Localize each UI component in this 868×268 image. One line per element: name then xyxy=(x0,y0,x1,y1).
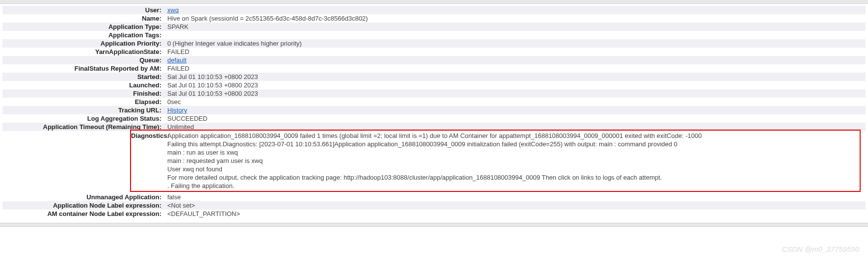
label-log-agg: Log Aggregation Status: xyxy=(2,114,164,123)
row-launched: Launched: Sat Jul 01 10:10:53 +0800 2023 xyxy=(2,81,866,89)
value-elapsed: 0sec xyxy=(164,98,866,106)
value-name: Hive on Spark (sessionId = 2c551365-6d3c… xyxy=(164,14,866,23)
value-final-status: FAILED xyxy=(164,64,866,73)
label-unmanaged: Unmanaged Application: xyxy=(2,193,164,201)
row-elapsed: Elapsed: 0sec xyxy=(2,98,866,106)
label-app-priority: Application Priority: xyxy=(2,39,164,48)
value-finished: Sat Jul 01 10:10:53 +0800 2023 xyxy=(164,89,866,98)
row-started: Started: Sat Jul 01 10:10:53 +0800 2023 xyxy=(2,73,866,81)
row-queue: Queue: default xyxy=(2,56,866,64)
row-app-node-label: Application Node Label expression: <Not … xyxy=(2,201,866,210)
value-unmanaged: false xyxy=(164,193,866,201)
row-log-agg: Log Aggregation Status: SUCCEEDED xyxy=(2,114,866,123)
row-app-type: Application Type: SPARK xyxy=(2,23,866,31)
row-tracking-url: Tracking URL: History xyxy=(2,106,866,114)
label-started: Started: xyxy=(2,73,164,81)
label-app-type: Application Type: xyxy=(2,23,164,31)
value-started: Sat Jul 01 10:10:53 +0800 2023 xyxy=(164,73,866,81)
label-tracking-url: Tracking URL: xyxy=(2,106,164,114)
label-app-tags: Application Tags: xyxy=(2,31,164,39)
value-app-type: SPARK xyxy=(164,23,866,31)
value-app-node-label: <Not set> xyxy=(164,201,866,210)
row-unmanaged: Unmanaged Application: false xyxy=(2,193,866,201)
label-yarn-state: YarnApplicationState: xyxy=(2,48,164,56)
app-details-table: User: xwq Name: Hive on Spark (sessionId… xyxy=(0,6,868,218)
value-am-node-label: <DEFAULT_PARTITION> xyxy=(164,210,866,218)
row-app-tags: Application Tags: xyxy=(2,31,866,39)
value-tracking-url-link[interactable]: History xyxy=(167,107,187,114)
row-finished: Finished: Sat Jul 01 10:10:53 +0800 2023 xyxy=(2,89,866,98)
label-elapsed: Elapsed: xyxy=(2,98,164,106)
label-name: Name: xyxy=(2,14,164,23)
value-launched: Sat Jul 01 10:10:53 +0800 2023 xyxy=(164,81,866,89)
diagnostics-highlight-box: Diagnostics: Application application_168… xyxy=(130,130,861,192)
value-app-priority: 0 (Higher Integer value indicates higher… xyxy=(164,39,866,48)
row-final-status: FinalStatus Reported by AM: FAILED xyxy=(2,64,866,73)
label-app-node-label: Application Node Label expression: xyxy=(2,201,164,210)
value-log-agg: SUCCEEDED xyxy=(164,114,866,123)
label-finished: Finished: xyxy=(2,89,164,98)
value-yarn-state: FAILED xyxy=(164,48,866,56)
top-separator xyxy=(0,0,868,4)
label-queue: Queue: xyxy=(2,56,164,64)
row-name: Name: Hive on Spark (sessionId = 2c55136… xyxy=(2,14,866,23)
label-launched: Launched: xyxy=(2,81,164,89)
label-am-node-label: AM container Node Label expression: xyxy=(2,210,164,218)
section-separator xyxy=(0,223,868,227)
value-diagnostics: Application application_1688108003994_00… xyxy=(164,132,860,190)
row-user: User: xwq xyxy=(2,6,866,14)
row-yarn-state: YarnApplicationState: FAILED xyxy=(2,48,866,56)
value-queue-link[interactable]: default xyxy=(167,56,186,64)
label-diagnostics: Diagnostics: xyxy=(131,132,164,140)
row-app-priority: Application Priority: 0 (Higher Integer … xyxy=(2,39,866,48)
label-user: User: xyxy=(2,6,164,14)
row-am-node-label: AM container Node Label expression: <DEF… xyxy=(2,210,866,218)
value-user-link[interactable]: xwq xyxy=(167,6,179,14)
label-final-status: FinalStatus Reported by AM: xyxy=(2,64,164,73)
